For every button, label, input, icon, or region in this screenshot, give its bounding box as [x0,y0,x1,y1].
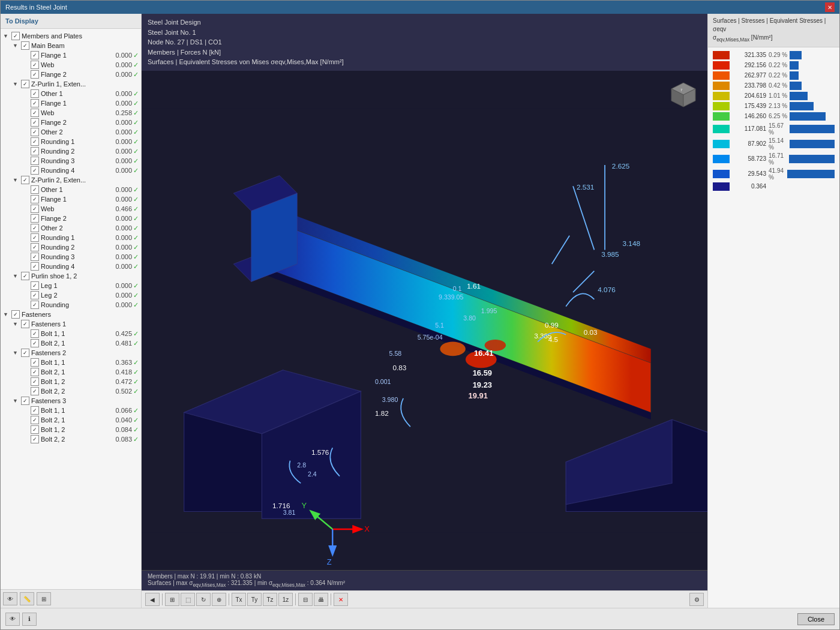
viewport[interactable]: 2.625 2.531 3.985 3.148 4.076 16.41 16.5… [142,71,707,571]
ruler-icon[interactable]: 📏 [20,592,34,605]
checkbox-zp2_other2[interactable] [31,224,39,232]
chevron-down-icon[interactable]: ▼ [3,33,10,39]
checkbox-main_beam[interactable] [21,41,29,50]
tree-item-f3_bolt12[interactable]: Bolt 1, 20.084✓ [1,425,141,434]
tree-item-fasteners[interactable]: ▼Fasteners [1,310,141,319]
tree-item-zp1_web[interactable]: Web0.258✓ [1,108,141,118]
tree-item-f1_bolt21[interactable]: Bolt 2, 10.481✓ [1,338,141,348]
tree-item-zp2_flange2[interactable]: Flange 20.000✓ [1,214,141,223]
chevron-down-icon[interactable]: ▼ [3,311,10,317]
settings-icon[interactable]: ⚙ [689,593,704,606]
checkbox-f1_bolt11[interactable] [31,329,39,338]
chevron-down-icon[interactable]: ▼ [13,321,20,327]
tree-item-zp2_flange1[interactable]: Flange 10.000✓ [1,194,141,204]
tree-item-f2_bolt21[interactable]: Bolt 2, 10.418✓ [1,367,141,377]
checkbox-zp2_flange1[interactable] [31,195,39,203]
checkbox-ps_leg1[interactable] [31,281,39,290]
tree-item-f2_bolt11[interactable]: Bolt 1, 10.363✓ [1,358,141,367]
tree-item-zp2_rounding2[interactable]: Rounding 20.000✓ [1,242,141,252]
tree-item-ps_leg1[interactable]: Leg 10.000✓ [1,281,141,290]
tz-btn[interactable]: Tz [263,593,277,606]
ty-btn[interactable]: Ty [247,593,262,606]
checkbox-fasteners1[interactable] [21,320,29,328]
tree-item-f2_bolt12[interactable]: Bolt 1, 20.472✓ [1,377,141,386]
tree-item-zp2_rounding1[interactable]: Rounding 10.000✓ [1,233,141,242]
tree-item-f1_bolt11[interactable]: Bolt 1, 10.425✓ [1,329,141,338]
checkbox-members_plates[interactable] [11,32,20,40]
expand-icon[interactable]: ⊞ [37,592,51,605]
tree-item-zp2_web[interactable]: Web0.466✓ [1,204,141,214]
tx-btn[interactable]: Tx [232,593,246,606]
tree-item-mb_flange2[interactable]: Flange 20.000✓ [1,70,141,79]
1z-btn[interactable]: 1z [278,593,293,606]
tree-item-f3_bolt11[interactable]: Bolt 1, 10.066✓ [1,406,141,415]
tree-item-main_beam[interactable]: ▼Main Beam [1,41,141,50]
checkbox-zp1_rounding1[interactable] [31,137,39,146]
rotate-btn[interactable]: ↻ [196,593,211,606]
tree-scroll[interactable]: ▼Members and Plates▼Main BeamFlange 10.0… [1,29,141,589]
checkbox-f2_bolt12[interactable] [31,377,39,386]
checkbox-zp2_rounding2[interactable] [31,243,39,251]
prev-btn[interactable]: ◀ [145,593,160,606]
checkbox-zp1_rounding3[interactable] [31,157,39,165]
chevron-down-icon[interactable]: ▼ [13,398,20,404]
checkbox-mb_web[interactable] [31,61,39,69]
checkbox-f2_bolt11[interactable] [31,358,39,367]
checkbox-f3_bolt11[interactable] [31,406,39,415]
zoom-btn[interactable]: ⊕ [212,593,226,606]
tree-item-zp1_rounding4[interactable]: Rounding 40.000✓ [1,166,141,175]
checkbox-zp1_web[interactable] [31,109,39,117]
checkbox-zpurlin2[interactable] [21,176,29,184]
close-button[interactable]: Close [797,613,835,625]
checkbox-zp2_rounding1[interactable] [31,233,39,242]
checkbox-zp1_rounding2[interactable] [31,147,39,155]
tree-item-zp2_other2[interactable]: Other 20.000✓ [1,223,141,233]
checkbox-zp1_other2[interactable] [31,128,39,136]
eye-bottom-icon[interactable]: 👁 [5,613,20,626]
checkbox-f3_bolt12[interactable] [31,425,39,434]
tree-item-zpurlin2[interactable]: ▼Z-Purlin 2, Exten... [1,175,141,185]
checkbox-f2_bolt22[interactable] [31,387,39,395]
checkbox-purlin_shoe[interactable] [21,272,29,280]
info-bottom-icon[interactable]: ℹ [22,613,37,626]
checkbox-zp1_other1[interactable] [31,89,39,98]
checkbox-fasteners3[interactable] [21,397,29,405]
print-btn[interactable]: 🖶 [314,593,328,606]
grid-btn[interactable]: ⊞ [165,593,179,606]
tree-item-zp1_flange2[interactable]: Flange 20.000✓ [1,118,141,127]
eye-icon[interactable]: 👁 [3,592,17,605]
tree-item-f3_bolt22[interactable]: Bolt 2, 20.083✓ [1,434,141,444]
checkbox-f1_bolt21[interactable] [31,339,39,347]
checkbox-zp1_flange1[interactable] [31,99,39,107]
checkbox-zp2_flange2[interactable] [31,214,39,223]
chevron-down-icon[interactable]: ▼ [13,43,20,49]
tree-item-members_plates[interactable]: ▼Members and Plates [1,31,141,41]
checkbox-ps_rounding[interactable] [31,301,39,309]
tree-item-fasteners2[interactable]: ▼Fasteners 2 [1,348,141,358]
checkbox-fasteners2[interactable] [21,349,29,357]
tree-item-zp2_rounding4[interactable]: Rounding 40.000✓ [1,262,141,271]
checkbox-f3_bolt22[interactable] [31,435,39,443]
close-icon[interactable]: ✕ [825,2,835,12]
checkbox-zp2_other1[interactable] [31,185,39,194]
tree-item-zp1_rounding1[interactable]: Rounding 10.000✓ [1,137,141,146]
checkbox-zp2_rounding3[interactable] [31,253,39,261]
checkbox-zp2_rounding4[interactable] [31,262,39,271]
tree-item-mb_web[interactable]: Web0.000✓ [1,60,141,70]
checkbox-f3_bolt21[interactable] [31,416,39,424]
tree-item-zp2_rounding3[interactable]: Rounding 30.000✓ [1,252,141,262]
tree-item-zpurlin1[interactable]: ▼Z-Purlin 1, Exten... [1,79,141,89]
tree-item-ps_rounding[interactable]: Rounding0.000✓ [1,300,141,310]
tree-item-zp1_other1[interactable]: Other 10.000✓ [1,89,141,98]
tree-item-zp1_rounding3[interactable]: Rounding 30.000✓ [1,156,141,166]
checkbox-mb_flange2[interactable] [31,70,39,79]
checkbox-ps_leg2[interactable] [31,291,39,299]
checkbox-zp1_flange2[interactable] [31,118,39,127]
tree-item-f2_bolt22[interactable]: Bolt 2, 20.502✓ [1,386,141,396]
checkbox-zp1_rounding4[interactable] [31,166,39,175]
chevron-down-icon[interactable]: ▼ [13,350,20,356]
tree-item-zp1_other2[interactable]: Other 20.000✓ [1,127,141,137]
chevron-down-icon[interactable]: ▼ [13,177,20,183]
tree-item-zp1_rounding2[interactable]: Rounding 20.000✓ [1,146,141,156]
checkbox-f2_bolt21[interactable] [31,368,39,376]
